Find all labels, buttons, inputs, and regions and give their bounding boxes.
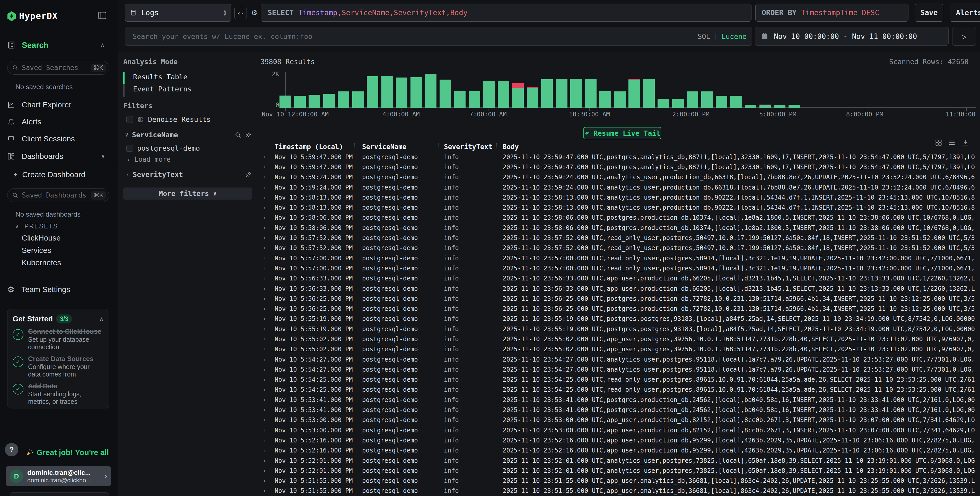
saved-dashboards-field[interactable]	[21, 191, 88, 199]
histogram-bar[interactable]	[672, 99, 684, 108]
help-button[interactable]: ?	[5, 443, 18, 456]
table-row[interactable]: › Nov 10 5:56:25.000 PM postgresql-demo …	[259, 293, 980, 304]
histogram-bar[interactable]	[338, 91, 349, 108]
table-row[interactable]: › Nov 10 5:57:00.000 PM postgresql-demo …	[259, 263, 980, 273]
row-expand-chevron-icon[interactable]: ›	[259, 437, 275, 444]
search-collapse-chevron-icon[interactable]: ∧	[100, 42, 104, 48]
table-row[interactable]: › Nov 10 5:56:33.000 PM postgresql-demo …	[259, 273, 980, 284]
table-row[interactable]: › Nov 10 5:59:47.000 PM postgresql-demo …	[259, 162, 980, 172]
table-row[interactable]: › Nov 10 5:53:41.000 PM postgresql-demo …	[259, 405, 980, 415]
row-expand-chevron-icon[interactable]: ›	[259, 407, 275, 414]
histogram-bar[interactable]	[382, 76, 393, 108]
histogram-bar-error[interactable]	[512, 83, 524, 88]
hyperdx-logo-icon[interactable]	[7, 11, 16, 21]
get-started-item[interactable]: ✓ Add Data Start sending logs, metrics, …	[13, 382, 104, 405]
histogram-bar[interactable]	[716, 96, 727, 108]
row-expand-chevron-icon[interactable]: ›	[259, 255, 275, 262]
select-columns-input[interactable]: SELECT Timestamp ,ServiceName,SeverityTe…	[261, 3, 751, 22]
histogram-bar[interactable]	[730, 96, 742, 108]
app-title[interactable]: HyperDX	[19, 11, 58, 21]
row-expand-chevron-icon[interactable]: ›	[259, 275, 275, 282]
get-started-item[interactable]: ✓ Create Data Sources Configure where yo…	[13, 355, 104, 378]
histogram-bar[interactable]	[469, 91, 480, 108]
histogram-bar[interactable]	[789, 105, 800, 108]
alerts-button[interactable]: Alerts	[950, 3, 980, 22]
sidebar-item-search[interactable]: Search	[22, 41, 48, 50]
table-row[interactable]: › Nov 10 5:51:55.000 PM postgresql-demo …	[259, 486, 980, 496]
histogram-bar[interactable]	[410, 77, 422, 108]
histogram-bar[interactable]	[745, 105, 756, 108]
table-row[interactable]: › Nov 10 5:54:27.000 PM postgresql-demo …	[259, 354, 980, 364]
table-row[interactable]: › Nov 10 5:58:06.000 PM postgresql-demo …	[259, 223, 980, 233]
histogram[interactable]: 2K 0 Nov 10 12:00:00 AM4:00:00 AM7:00:00…	[259, 72, 980, 116]
resume-live-tail-button[interactable]: Resume Live Tail	[584, 127, 661, 139]
histogram-bar[interactable]	[454, 91, 466, 108]
user-profile-button[interactable]: D dominic.tran@clic... dominic.tran@clic…	[6, 466, 111, 486]
column-header-body[interactable]: Body	[503, 143, 980, 151]
histogram-bar[interactable]	[541, 79, 553, 108]
row-expand-chevron-icon[interactable]: ›	[259, 244, 275, 252]
row-expand-chevron-icon[interactable]: ›	[259, 376, 275, 383]
histogram-bar[interactable]	[512, 88, 524, 108]
table-row[interactable]: › Nov 10 5:58:06.000 PM postgresql-demo …	[259, 213, 980, 223]
sidebar-item-alerts[interactable]: Alerts	[0, 116, 118, 128]
row-expand-chevron-icon[interactable]: ›	[259, 487, 275, 494]
sql-editor-button[interactable]: ‹›	[234, 7, 247, 19]
search-bar[interactable]: SQL | Lucene	[125, 27, 752, 46]
histogram-bar[interactable]	[600, 91, 611, 108]
histogram-bar[interactable]	[570, 79, 582, 108]
histogram-bar[interactable]	[657, 99, 669, 108]
get-started-item[interactable]: ✓ Connect to ClickHouse Set up your data…	[13, 328, 104, 351]
row-expand-chevron-icon[interactable]: ›	[259, 336, 275, 343]
row-expand-chevron-icon[interactable]: ›	[259, 153, 275, 161]
histogram-bar[interactable]	[483, 81, 495, 108]
load-more-button[interactable]: › Load more	[127, 156, 170, 163]
denoise-checkbox[interactable]	[126, 116, 133, 123]
histogram-bar-error[interactable]	[323, 94, 335, 94]
row-expand-chevron-icon[interactable]: ›	[259, 457, 275, 464]
table-row[interactable]: › Nov 10 5:58:13.000 PM postgresql-demo …	[259, 192, 980, 203]
table-row[interactable]: › Nov 10 5:53:41.000 PM postgresql-demo …	[259, 395, 980, 405]
saved-dashboards-input[interactable]: ⌘K	[7, 188, 109, 202]
language-toggle-lucene[interactable]: Lucene	[721, 32, 746, 40]
run-query-button[interactable]: ▷	[952, 27, 976, 46]
table-row[interactable]: › Nov 10 5:57:52.000 PM postgresql-demo …	[259, 243, 980, 253]
source-settings-gear-icon[interactable]: ⚙	[248, 6, 260, 19]
row-expand-chevron-icon[interactable]: ›	[259, 325, 275, 333]
column-resize-handle[interactable]	[438, 144, 439, 150]
table-row[interactable]: › Nov 10 5:52:01.000 PM postgresql-demo …	[259, 466, 980, 476]
source-select[interactable]: Logs ∧∨	[125, 3, 231, 22]
histogram-bar[interactable]	[367, 76, 378, 108]
table-row[interactable]: › Nov 10 5:52:16.000 PM postgresql-demo …	[259, 435, 980, 445]
histogram-bar[interactable]	[323, 94, 335, 108]
histogram-bar[interactable]	[774, 105, 786, 108]
row-expand-chevron-icon[interactable]: ›	[259, 416, 275, 424]
column-header-severitytext[interactable]: SeverityText	[444, 143, 503, 151]
sidebar-item-chart-explorer[interactable]: Chart Explorer	[0, 99, 118, 111]
histogram-bar[interactable]	[527, 88, 538, 108]
column-resize-handle[interactable]	[355, 144, 355, 150]
saved-searches-field[interactable]	[21, 64, 88, 72]
servicename-option-row[interactable]: postgresql-demo	[126, 144, 200, 152]
row-expand-chevron-icon[interactable]: ›	[259, 447, 275, 454]
histogram-bar[interactable]	[701, 91, 713, 108]
row-expand-chevron-icon[interactable]: ›	[259, 174, 275, 181]
row-expand-chevron-icon[interactable]: ›	[259, 295, 275, 302]
histogram-bar[interactable]	[585, 79, 597, 108]
date-range-picker[interactable]: Nov 10 00:00:00 - Nov 11 00:00:00	[755, 27, 948, 46]
table-row[interactable]: › Nov 10 5:57:00.000 PM postgresql-demo …	[259, 253, 980, 263]
histogram-bar[interactable]	[556, 79, 568, 108]
severitytext-filter-header[interactable]: › SeverityText	[126, 171, 252, 179]
pin-icon[interactable]	[245, 132, 252, 138]
row-expand-chevron-icon[interactable]: ›	[259, 234, 275, 242]
histogram-bar[interactable]	[643, 79, 655, 108]
row-expand-chevron-icon[interactable]: ›	[259, 427, 275, 434]
denoise-results-row[interactable]: Denoise Results	[126, 115, 211, 123]
histogram-bar[interactable]	[628, 80, 640, 108]
table-row[interactable]: › Nov 10 5:59:24.000 PM postgresql-demo …	[259, 182, 980, 192]
sidebar-item-client-sessions[interactable]: Client Sessions	[0, 132, 118, 145]
row-expand-chevron-icon[interactable]: ›	[259, 224, 275, 231]
histogram-bar[interactable]	[280, 96, 291, 108]
dashboards-collapse-chevron-icon[interactable]: ∧	[100, 153, 105, 159]
histogram-bar-error[interactable]	[527, 87, 538, 88]
